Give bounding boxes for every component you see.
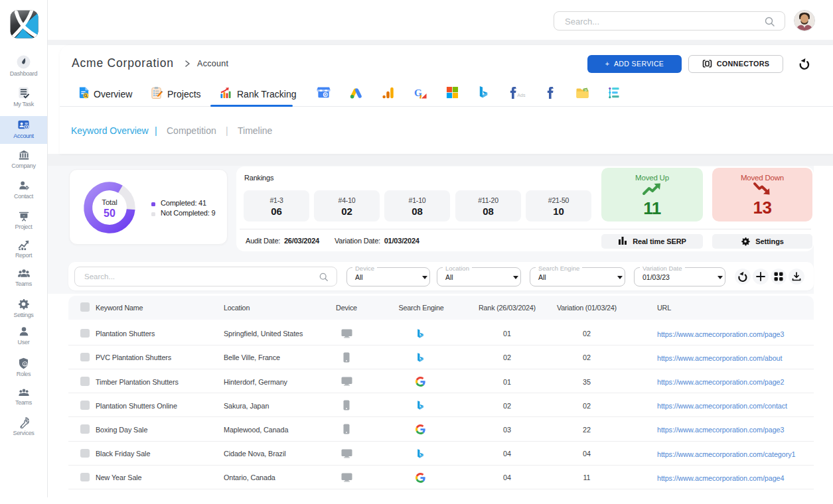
svg-text:Ads: Ads [517,93,526,98]
svg-text:~: ~ [23,214,25,218]
svg-text:G: G [324,92,327,97]
